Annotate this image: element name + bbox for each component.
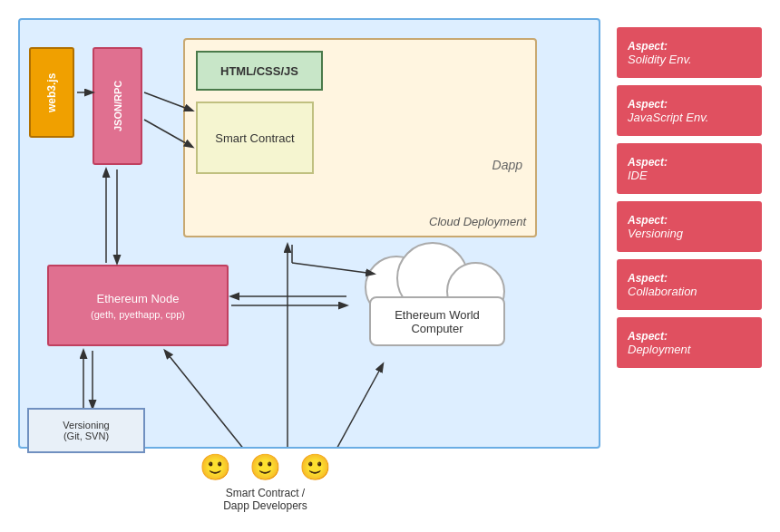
jsonrpc-box: JSON/RPC	[93, 47, 142, 165]
smart-contract-box: Smart Contract	[196, 102, 314, 174]
html-css-js-box: HTML/CSS/JS	[196, 51, 323, 91]
aspect-card-0[interactable]: Aspect:Solidity Env.	[617, 27, 762, 78]
aspect-card-1[interactable]: Aspect:JavaScript Env.	[617, 85, 762, 136]
aspect-name-5: Deployment	[628, 343, 751, 356]
smart-contract-label: Smart Contract	[215, 131, 294, 145]
face-3: 🙂	[299, 452, 331, 482]
aspect-title-4: Aspect:	[628, 272, 751, 285]
aspect-card-4[interactable]: Aspect:Collaboration	[617, 259, 762, 310]
svg-line-10	[328, 364, 383, 447]
outer-box: HTML/CSS/JS Smart Contract Dapp Cloud De…	[18, 18, 600, 449]
aspect-name-2: IDE	[628, 169, 751, 182]
versioning-sublabel: (Git, SVN)	[63, 430, 109, 441]
aspect-name-0: Solidity Env.	[628, 53, 751, 66]
aspect-card-3[interactable]: Aspect:Versioning	[617, 201, 762, 252]
dapp-label: Dapp	[492, 158, 522, 172]
cloud-deployment-box: HTML/CSS/JS Smart Contract Dapp Cloud De…	[183, 38, 537, 237]
cloud-deployment-label: Cloud Deployment	[429, 215, 526, 228]
cloud-shape: Ethereum World Computer	[356, 256, 519, 346]
aspect-name-4: Collaboration	[628, 285, 751, 298]
diagram-area: HTML/CSS/JS Smart Contract Dapp Cloud De…	[18, 18, 600, 512]
web3-box: web3.js	[29, 47, 74, 138]
right-panel: Aspect:Solidity Env.Aspect:JavaScript En…	[617, 18, 762, 368]
aspect-title-3: Aspect:	[628, 214, 751, 227]
aspect-name-1: JavaScript Env.	[628, 111, 751, 124]
aspect-title-0: Aspect:	[628, 40, 751, 53]
eth-node-label: Ethereum Node	[96, 292, 179, 305]
aspect-name-3: Versioning	[628, 227, 751, 240]
dev-label: Smart Contract / Dapp Developers	[223, 487, 307, 512]
faces-row: 🙂 🙂 🙂	[200, 452, 331, 482]
versioning-box: Versioning (Git, SVN)	[27, 408, 145, 453]
eth-node-sublabel: (geth, pyethapp, cpp)	[91, 309, 185, 320]
aspect-title-2: Aspect:	[628, 156, 751, 169]
cloud-text: Ethereum World Computer	[356, 308, 519, 335]
cloud-container: Ethereum World Computer	[346, 247, 528, 355]
html-label: HTML/CSS/JS	[220, 64, 298, 78]
aspect-card-5[interactable]: Aspect:Deployment	[617, 317, 762, 368]
versioning-label: Versioning	[63, 420, 109, 430]
developers-area: 🙂 🙂 🙂 Smart Contract / Dapp Developers	[200, 452, 331, 512]
face-1: 🙂	[200, 452, 231, 482]
main-container: HTML/CSS/JS Smart Contract Dapp Cloud De…	[0, 0, 780, 532]
face-2: 🙂	[249, 452, 281, 482]
aspect-title-1: Aspect:	[628, 98, 751, 111]
eth-node-box: Ethereum Node (geth, pyethapp, cpp)	[47, 265, 229, 346]
aspect-title-5: Aspect:	[628, 330, 751, 343]
svg-line-11	[165, 351, 256, 447]
aspect-card-2[interactable]: Aspect:IDE	[617, 143, 762, 194]
